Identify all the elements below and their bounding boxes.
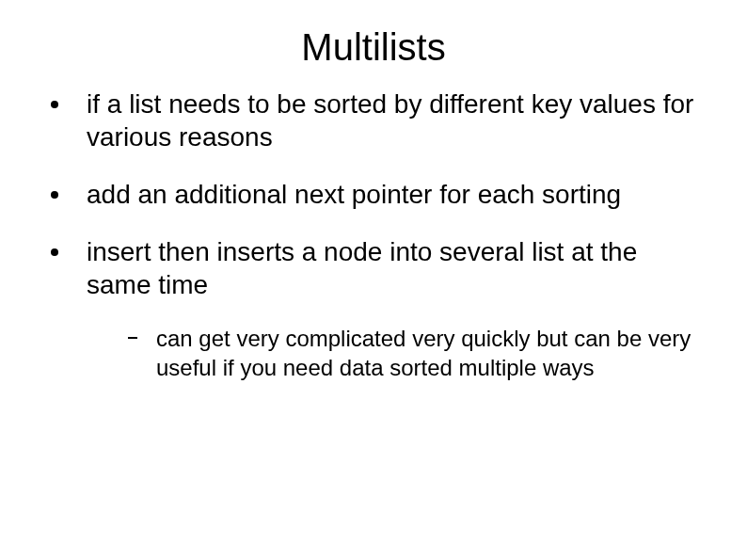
list-item: can get very complicated very quickly bu… [124, 324, 702, 382]
slide-title: Multilists [0, 0, 747, 88]
list-item: add an additional next pointer for each … [45, 178, 702, 211]
slide: Multilists if a list needs to be sorted … [0, 0, 747, 560]
sub-bullet-text: can get very complicated very quickly bu… [156, 326, 691, 380]
bullet-text: insert then inserts a node into several … [87, 237, 637, 299]
bullet-text: add an additional next pointer for each … [87, 180, 621, 209]
sub-bullet-list: can get very complicated very quickly bu… [87, 324, 702, 382]
bullet-list: if a list needs to be sorted by differen… [0, 88, 747, 382]
list-item: insert then inserts a node into several … [45, 235, 702, 382]
list-item: if a list needs to be sorted by differen… [45, 88, 702, 153]
bullet-text: if a list needs to be sorted by differen… [87, 89, 693, 152]
